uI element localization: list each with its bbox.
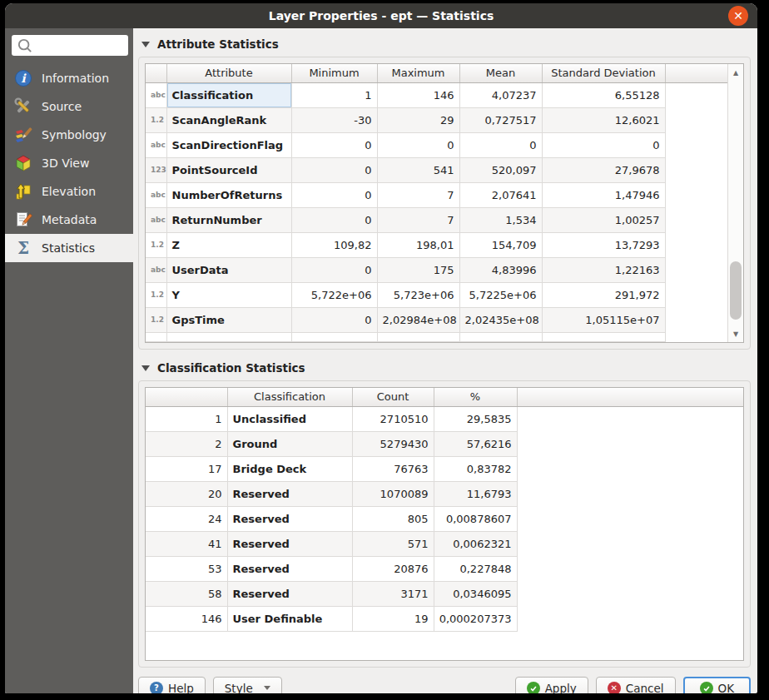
cell-maximum[interactable]: 541 (377, 157, 459, 182)
cell-percent[interactable]: 29,5835 (434, 406, 517, 431)
scrollbar-thumb[interactable] (730, 261, 742, 320)
cell-attribute-name[interactable]: Classification (166, 82, 291, 107)
cell-count[interactable]: 20876 (352, 556, 434, 581)
style-button[interactable]: Style (213, 677, 282, 693)
cell-percent[interactable]: 11,6793 (434, 481, 517, 506)
cell-std-dev[interactable]: 13,7293 (542, 232, 665, 257)
sidebar-item-metadata[interactable]: Metadata (5, 206, 133, 234)
cell-std-dev[interactable]: 1,22163 (542, 257, 665, 282)
sidebar-item-elevation[interactable]: Elevation (5, 177, 133, 206)
sidebar-item-3d-view[interactable]: 3D View (5, 149, 133, 177)
search-input[interactable] (34, 39, 124, 52)
column-header-percent[interactable]: % (434, 388, 517, 406)
cell-mean[interactable]: 4,07237 (459, 82, 542, 107)
cell-count[interactable]: 1070089 (352, 481, 434, 506)
cell-minimum[interactable]: 0 (291, 207, 377, 232)
cell-percent[interactable]: 0,83782 (434, 456, 517, 481)
cell-attribute-name[interactable]: ScanAngleRank (166, 107, 291, 132)
cell-attribute-name[interactable]: ScanDirectionFlag (166, 132, 291, 157)
cell-mean[interactable]: 2,02435e+08 (459, 307, 542, 332)
cell-mean[interactable]: 4,83996 (459, 257, 542, 282)
cell-class-label[interactable]: Reserved (227, 531, 352, 556)
cell-percent[interactable]: 0,227848 (434, 556, 517, 581)
cell-minimum[interactable]: 0 (291, 132, 377, 157)
cell-attribute-name[interactable]: PointSourceId (166, 157, 291, 182)
apply-button[interactable]: Apply (515, 677, 588, 693)
cell-count[interactable]: 571 (352, 531, 434, 556)
cell-minimum[interactable]: 0 (291, 157, 377, 182)
cell-class-label[interactable]: Ground (227, 431, 352, 456)
cell-mean[interactable]: 0 (459, 132, 542, 157)
cell-class-label[interactable]: Reserved (227, 506, 352, 531)
cell-attribute-name[interactable]: ReturnNumber (166, 207, 291, 232)
cell-maximum[interactable]: 198,01 (377, 232, 459, 257)
cell-mean[interactable]: 0,727517 (459, 107, 542, 132)
cancel-button[interactable]: ✕ Cancel (596, 677, 676, 693)
sidebar-search[interactable] (12, 35, 128, 56)
cell-class-label[interactable]: Unclassified (227, 406, 352, 431)
cell-std-dev[interactable]: 1,05115e+07 (542, 307, 665, 332)
cell-count[interactable]: 2710510 (352, 406, 434, 431)
cell-mean[interactable]: 520,097 (459, 157, 542, 182)
scroll-down-icon[interactable]: ▼ (728, 327, 743, 340)
sidebar-item-symbology[interactable]: Symbology (5, 121, 133, 149)
cell-count[interactable]: 5279430 (352, 431, 434, 456)
cell-mean[interactable]: 5,7225e+06 (459, 282, 542, 307)
scroll-up-icon[interactable]: ▲ (728, 66, 743, 79)
cell-percent[interactable]: 0,00878607 (434, 506, 517, 531)
cell-count[interactable]: 19 (352, 606, 434, 631)
cell-class-label[interactable]: User Definable (227, 606, 352, 631)
cell-attribute-name[interactable]: NumberOfReturns (166, 182, 291, 207)
ok-button[interactable]: OK (683, 677, 752, 693)
attribute-statistics-header[interactable]: Attribute Statistics (141, 37, 751, 51)
cell-maximum[interactable]: 175 (377, 257, 459, 282)
cell-std-dev[interactable]: 1,00257 (542, 207, 665, 232)
cell-minimum[interactable]: 0 (291, 182, 377, 207)
cell-std-dev[interactable]: 0 (542, 132, 665, 157)
help-button[interactable]: ? Help (138, 677, 206, 693)
cell-class-label[interactable]: Bridge Deck (227, 456, 352, 481)
cell-percent[interactable]: 57,6216 (434, 431, 517, 456)
cell-std-dev[interactable]: 291,972 (542, 282, 665, 307)
cell-minimum[interactable]: 109,82 (291, 232, 377, 257)
column-header-mean[interactable]: Mean (459, 64, 542, 82)
cell-mean[interactable]: 2,07641 (459, 182, 542, 207)
column-header-std-dev[interactable]: Standard Deviation (542, 64, 665, 82)
cell-mean[interactable]: 154,709 (459, 232, 542, 257)
sidebar-item-source[interactable]: Source (5, 92, 133, 121)
column-header-minimum[interactable]: Minimum (291, 64, 377, 82)
cell-count[interactable]: 3171 (352, 581, 434, 606)
cell-minimum[interactable]: 5,722e+06 (291, 282, 377, 307)
cell-maximum[interactable]: 7 (377, 207, 459, 232)
sidebar-item-statistics[interactable]: Σ Statistics (5, 234, 133, 262)
cell-percent[interactable]: 0,000207373 (434, 606, 517, 631)
cell-minimum[interactable]: 0 (291, 257, 377, 282)
column-header-classification[interactable]: Classification (227, 388, 352, 406)
column-header-count[interactable]: Count (352, 388, 434, 406)
cell-percent[interactable]: 0,0062321 (434, 531, 517, 556)
cell-minimum[interactable]: 0 (291, 307, 377, 332)
cell-maximum[interactable]: 7 (377, 182, 459, 207)
cell-class-label[interactable]: Reserved (227, 581, 352, 606)
vertical-scrollbar[interactable]: ▲ ▼ (727, 64, 743, 342)
cell-std-dev[interactable]: 1,47946 (542, 182, 665, 207)
cell-attribute-name[interactable]: GpsTime (166, 307, 291, 332)
cell-minimum[interactable]: 1 (291, 82, 377, 107)
sidebar-item-information[interactable]: i Information (5, 64, 133, 92)
cell-attribute-name[interactable]: UserData (166, 257, 291, 282)
cell-std-dev[interactable]: 6,55128 (542, 82, 665, 107)
cell-maximum[interactable]: 0 (377, 132, 459, 157)
column-header-attribute[interactable]: Attribute (166, 64, 291, 82)
cell-maximum[interactable]: 5,723e+06 (377, 282, 459, 307)
cell-attribute-name[interactable]: Y (166, 282, 291, 307)
column-header-maximum[interactable]: Maximum (377, 64, 459, 82)
cell-class-label[interactable]: Reserved (227, 556, 352, 581)
cell-maximum[interactable]: 29 (377, 107, 459, 132)
close-icon[interactable]: ✕ (728, 6, 748, 26)
classification-statistics-header[interactable]: Classification Statistics (141, 361, 751, 375)
cell-std-dev[interactable]: 27,9678 (542, 157, 665, 182)
cell-count[interactable]: 76763 (352, 456, 434, 481)
cell-class-label[interactable]: Reserved (227, 481, 352, 506)
cell-maximum[interactable]: 2,02984e+08 (377, 307, 459, 332)
cell-mean[interactable]: 1,534 (459, 207, 542, 232)
